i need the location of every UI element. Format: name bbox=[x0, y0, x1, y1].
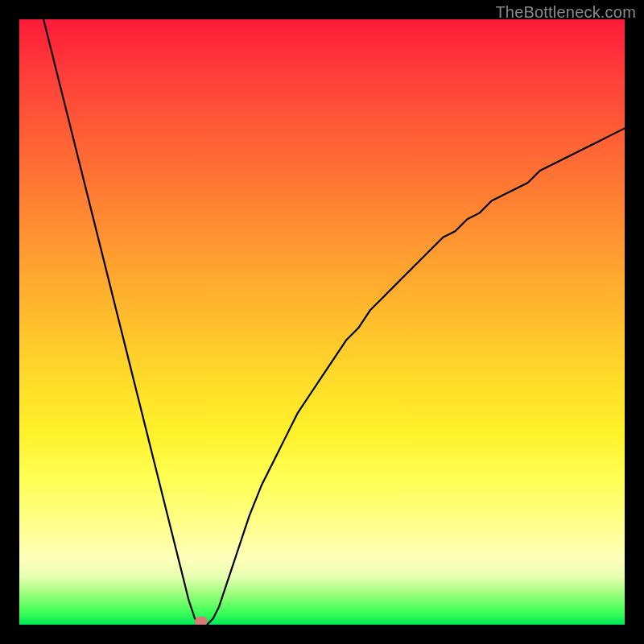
bottleneck-curve bbox=[19, 19, 625, 625]
plot-area bbox=[19, 19, 625, 625]
chart-frame: TheBottleneck.com bbox=[0, 0, 644, 644]
watermark: TheBottleneck.com bbox=[495, 3, 636, 22]
optimum-marker bbox=[194, 617, 208, 625]
